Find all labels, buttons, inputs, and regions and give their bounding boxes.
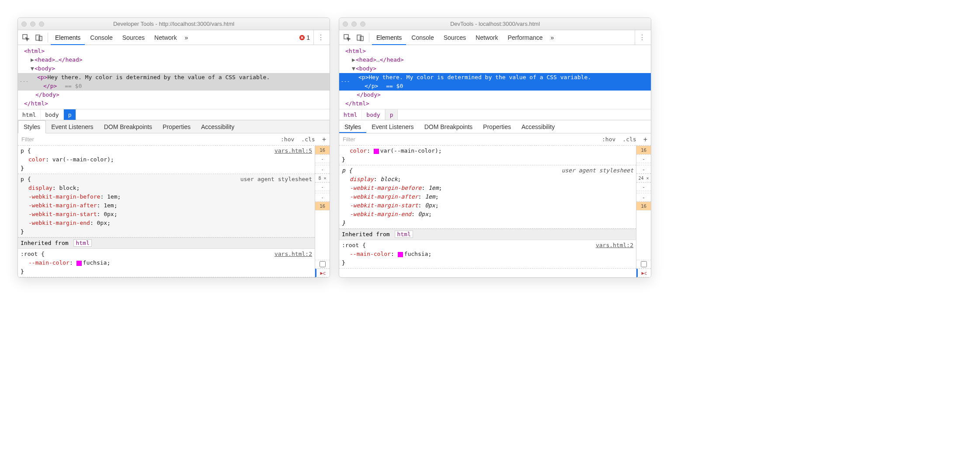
tab-console[interactable]: Console <box>86 30 117 45</box>
tab-elements[interactable]: Elements <box>372 30 406 45</box>
rule-source-link[interactable]: vars.html:2 <box>596 241 633 250</box>
dom-selected-line-2[interactable]: </p> == $0 <box>339 82 651 91</box>
tab-sources[interactable]: Sources <box>118 30 149 45</box>
cls-button[interactable]: .cls <box>298 136 318 143</box>
collapse-arrow-icon[interactable]: ▼ <box>30 64 35 73</box>
subtab-listeners[interactable]: Event Listeners <box>366 120 419 133</box>
settings-menu[interactable]: ⋮ <box>313 30 328 45</box>
window-title: DevTools - localhost:3000/vars.html <box>339 21 651 27</box>
tab-network[interactable]: Network <box>471 30 502 45</box>
color-swatch[interactable] <box>374 149 379 154</box>
more-tabs[interactable]: » <box>548 30 557 45</box>
box-model-ruler: 16 - - 8 × - - 16 ▶ c <box>315 146 330 277</box>
var-checkbox[interactable] <box>636 260 651 269</box>
zoom-dot[interactable] <box>360 21 365 27</box>
style-rule-3[interactable]: vars.html:2 :root { --main-color: fuchsi… <box>18 249 315 277</box>
settings-menu[interactable]: ⋮ <box>635 30 649 45</box>
crumb-p[interactable]: p <box>64 109 76 120</box>
close-dot[interactable] <box>343 21 348 27</box>
dom-html-open[interactable]: <html> <box>345 48 366 54</box>
device-icon[interactable] <box>33 31 45 44</box>
inherited-tag[interactable]: html <box>395 231 413 238</box>
subtab-props[interactable]: Properties <box>157 120 196 133</box>
dom-body-open[interactable]: <body> <box>356 65 376 72</box>
collapse-arrow-icon[interactable]: ▼ <box>351 64 356 73</box>
expand-icon[interactable]: ▶ c <box>315 269 330 277</box>
more-tabs[interactable]: » <box>182 30 191 45</box>
tab-console[interactable]: Console <box>407 30 438 45</box>
dom-selected-line[interactable]: <p>Hey there. My color is determined by … <box>18 73 330 82</box>
style-rule-2[interactable]: user agent stylesheet p { display: block… <box>339 165 636 229</box>
content-cell: 8 × <box>315 174 330 182</box>
dom-head[interactable]: <head> <box>35 56 55 63</box>
styles-panel: color: var(--main-color); } user agent s… <box>339 146 636 277</box>
dom-selected-line[interactable]: <p>Hey there. My color is determined by … <box>339 73 651 82</box>
subtab-a11y[interactable]: Accessibility <box>516 120 560 133</box>
traffic-lights[interactable] <box>343 21 365 27</box>
crumb-body[interactable]: body <box>362 109 385 120</box>
titlebar: Developer Tools - http://localhost:3000/… <box>18 18 330 30</box>
device-icon[interactable] <box>354 31 366 44</box>
color-swatch[interactable] <box>76 261 82 266</box>
crumb-body[interactable]: body <box>41 109 63 120</box>
css-prop[interactable]: color <box>28 156 45 163</box>
tab-sources[interactable]: Sources <box>439 30 470 45</box>
margin-cell: 16 <box>636 146 651 154</box>
inherited-tag[interactable]: html <box>73 239 91 247</box>
crumb-html[interactable]: html <box>339 109 362 120</box>
error-badge[interactable]: 1 <box>299 34 310 41</box>
add-rule-button[interactable]: + <box>640 136 651 143</box>
dom-tree[interactable]: <html> ▶<head>…</head> ▼<body> <p>Hey th… <box>18 45 330 109</box>
subtab-props[interactable]: Properties <box>478 120 516 133</box>
subtab-a11y[interactable]: Accessibility <box>196 120 240 133</box>
expand-arrow-icon[interactable]: ▶ <box>30 56 35 64</box>
css-val[interactable]: var(--main-color) <box>52 156 111 163</box>
dom-body-open[interactable]: <body> <box>35 65 55 72</box>
close-dot[interactable] <box>21 21 27 27</box>
filter-input[interactable]: Filter <box>339 136 598 143</box>
window-title: Developer Tools - http://localhost:3000/… <box>18 21 330 27</box>
padding-cell: - <box>315 165 330 174</box>
filter-input[interactable]: Filter <box>18 136 277 143</box>
tab-elements[interactable]: Elements <box>51 30 85 45</box>
inspect-icon[interactable] <box>341 31 353 44</box>
dom-body-close[interactable]: </body> <box>35 91 59 98</box>
color-swatch[interactable] <box>398 252 403 257</box>
hov-button[interactable]: :hov <box>598 136 619 143</box>
dom-head[interactable]: <head> <box>356 56 376 63</box>
hov-button[interactable]: :hov <box>277 136 298 143</box>
zoom-dot[interactable] <box>39 21 44 27</box>
traffic-lights[interactable] <box>21 21 44 27</box>
var-checkbox[interactable] <box>315 260 330 269</box>
rule-source-link[interactable]: vars.html:5 <box>275 147 312 155</box>
breadcrumb: html body p <box>339 109 651 120</box>
dom-body-close[interactable]: </body> <box>357 91 381 98</box>
subtab-dom-bp[interactable]: DOM Breakpoints <box>419 120 478 133</box>
dom-selected-line-2[interactable]: </p> == $0 <box>18 82 330 91</box>
main-toolbar: Elements Console Sources Network Perform… <box>339 30 651 45</box>
tab-network[interactable]: Network <box>150 30 181 45</box>
dom-html-close[interactable]: </html> <box>345 100 369 107</box>
add-rule-button[interactable]: + <box>319 136 330 143</box>
dom-html-open[interactable]: <html> <box>24 48 45 54</box>
dom-html-close[interactable]: </html> <box>24 100 48 107</box>
cls-button[interactable]: .cls <box>619 136 639 143</box>
tab-performance[interactable]: Performance <box>503 30 547 45</box>
crumb-p[interactable]: p <box>385 109 398 120</box>
dom-tree[interactable]: <html> ▶<head>…</head> ▼<body> <p>Hey th… <box>339 45 651 109</box>
subtab-dom-bp[interactable]: DOM Breakpoints <box>99 120 157 133</box>
subtab-listeners[interactable]: Event Listeners <box>46 120 99 133</box>
crumb-html[interactable]: html <box>18 109 41 120</box>
subtab-styles[interactable]: Styles <box>18 120 46 133</box>
inspect-icon[interactable] <box>20 31 32 44</box>
style-rule-3[interactable]: vars.html:2 :root { --main-color: fuchsi… <box>339 240 636 269</box>
expand-icon[interactable]: ▶ c <box>636 269 651 277</box>
minimize-dot[interactable] <box>351 21 357 27</box>
minimize-dot[interactable] <box>30 21 35 27</box>
expand-arrow-icon[interactable]: ▶ <box>351 56 356 64</box>
style-rule-1[interactable]: color: var(--main-color); } <box>339 146 636 165</box>
subtab-styles[interactable]: Styles <box>339 120 366 133</box>
style-rule-2[interactable]: user agent stylesheet p { display: block… <box>18 174 315 237</box>
style-rule-1[interactable]: vars.html:5 p { color: var(--main-color)… <box>18 146 315 174</box>
rule-source-link[interactable]: vars.html:2 <box>275 250 312 258</box>
